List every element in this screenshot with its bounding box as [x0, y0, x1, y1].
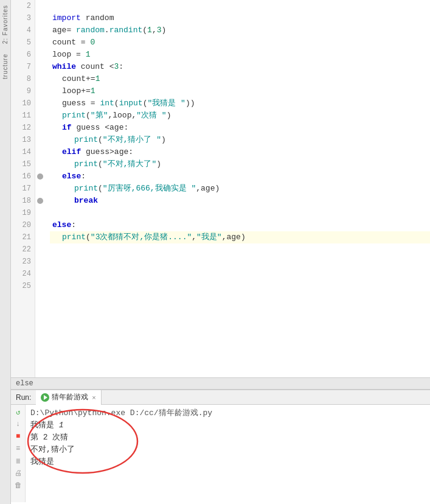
code-str: "次猜 ": [136, 111, 166, 120]
line-num-10: 10: [11, 97, 35, 110]
code-text: guess: [72, 123, 105, 132]
rerun-btn[interactable]: ↺: [13, 407, 23, 417]
print-btn[interactable]: 🖨: [13, 468, 23, 478]
line-num-2: 2: [11, 0, 35, 12]
line-23: [50, 256, 430, 268]
line-num-22: 22: [11, 243, 35, 256]
line-11: print("第",loop,"次猜 "): [50, 110, 430, 122]
code-num: 1: [91, 86, 95, 96]
output-text-2: 第 2 次猜: [30, 433, 68, 442]
line-num-6: 6: [11, 49, 35, 61]
line-num-20: 20: [11, 219, 35, 231]
code-text: (: [98, 159, 103, 169]
code-fn: print: [62, 111, 86, 120]
keyword-else2: else: [52, 220, 71, 229]
run-tab[interactable]: 猜年龄游戏 ×: [36, 390, 101, 405]
code-text: (: [142, 26, 147, 35]
line-8: count+=1: [50, 73, 430, 85]
code-num: 1: [147, 26, 152, 35]
scroll-down-btn[interactable]: ↓: [13, 419, 23, 429]
structure-tab[interactable]: tructure: [2, 54, 9, 79]
code-op: =: [66, 26, 76, 35]
line-num-23: 23: [11, 256, 35, 268]
line-num-19: 19: [11, 207, 35, 219]
line-21: print("3次都猜不对,你是猪....","我是",age): [50, 231, 430, 243]
code-text: ,loop,: [108, 111, 136, 120]
code-op: =: [76, 50, 86, 59]
line-3: import random: [50, 12, 430, 24]
line-7: while count <3:: [50, 61, 430, 73]
code-text: :: [81, 172, 86, 181]
code-op: +=: [86, 74, 95, 83]
line-num-17: 17: [11, 183, 35, 195]
line-5: count = 0: [50, 37, 430, 49]
main-layout: 2: Favorites tructure 2 3 4 5 6 7 8 9 10…: [0, 0, 430, 504]
code-text: age: [52, 26, 66, 35]
code-op: +=: [81, 86, 91, 96]
code-str: "我是": [196, 233, 222, 242]
line-num-16: 16: [11, 170, 35, 183]
output-text-3: 不对,猜小了: [30, 445, 75, 454]
run-tab-close[interactable]: ×: [92, 394, 95, 401]
code-text: (: [114, 99, 119, 108]
run-tab-name: 猜年龄游戏: [52, 392, 88, 402]
keyword-import: import: [52, 13, 81, 23]
breakpoint-16: [37, 173, 43, 180]
code-fn: input: [119, 99, 143, 108]
line-15: print("不对,猜大了"): [50, 158, 430, 170]
keyword-while: while: [52, 62, 76, 71]
code-area[interactable]: 2 3 4 5 6 7 8 9 10 11 12 13 14 15 16 17: [11, 0, 430, 377]
run-icon: [41, 393, 49, 402]
clear-btn[interactable]: 🗑: [13, 480, 23, 490]
line-10: guess = int(input("我猜是 ")): [50, 97, 430, 110]
line-24: [50, 268, 430, 280]
code-text: (: [86, 111, 91, 120]
status-bar: else: [11, 377, 430, 390]
line-num-7: 7: [11, 61, 35, 73]
run-label: Run:: [11, 393, 36, 402]
code-text: (: [98, 184, 103, 193]
code-text: loop: [62, 86, 81, 96]
line-4: age= random.randint(1,3): [50, 24, 430, 37]
code-fn: random: [76, 26, 105, 35]
favorites-tab[interactable]: 2: Favorites: [2, 5, 9, 44]
code-num: 1: [86, 50, 91, 59]
line-20: else:: [50, 219, 430, 231]
filter-btn[interactable]: ≡: [13, 444, 23, 453]
code-op: =: [91, 99, 100, 108]
code-str: "不对,猜大了": [103, 159, 156, 169]
line-num-13: 13: [11, 134, 35, 146]
line-6: loop = 1: [50, 49, 430, 61]
wrap-btn[interactable]: ≣: [13, 456, 23, 466]
output-line-1: 我猜是 1: [30, 419, 425, 432]
code-text: ,age): [222, 233, 246, 242]
run-header: Run: 猜年龄游戏 ×: [11, 390, 430, 405]
line-num-8: 8: [11, 73, 35, 85]
stop-btn[interactable]: ■: [13, 432, 23, 441]
keyword-else: else: [62, 172, 81, 181]
code-num: 0: [90, 38, 95, 47]
status-text: else: [16, 379, 33, 388]
code-text: loop: [52, 50, 76, 59]
breakpoint-column: [35, 0, 45, 377]
var-count: count: [52, 38, 81, 47]
code-fn: print: [62, 233, 86, 242]
code-str: "我猜是 ": [147, 99, 185, 108]
line-16: else:: [50, 170, 430, 183]
code-text: ): [167, 111, 172, 120]
output-italic-1: 1: [59, 421, 64, 430]
code-text: guess: [62, 99, 91, 108]
code-op: <: [105, 123, 109, 132]
code-content[interactable]: import random age= random.randint(1,3): [45, 0, 430, 377]
code-text: ,: [152, 26, 157, 35]
line-12: if guess <age:: [50, 122, 430, 134]
editor-container: 2: Favorites tructure 2 3 4 5 6 7 8 9 10…: [0, 0, 430, 504]
run-body: ↺ ↓ ■ ≡ ≣ 🖨 🗑 D:\Python\python.exe D:/cc…: [11, 405, 430, 502]
code-text: :: [71, 220, 76, 229]
output-path: D:\Python\python.exe D:/cc/猜年龄游戏.py: [30, 408, 212, 418]
line-num-25: 25: [11, 280, 35, 292]
code-fn: print: [74, 135, 98, 144]
code-num: 3: [157, 26, 162, 35]
line-num-4: 4: [11, 24, 35, 37]
code-text: age:: [109, 123, 128, 132]
